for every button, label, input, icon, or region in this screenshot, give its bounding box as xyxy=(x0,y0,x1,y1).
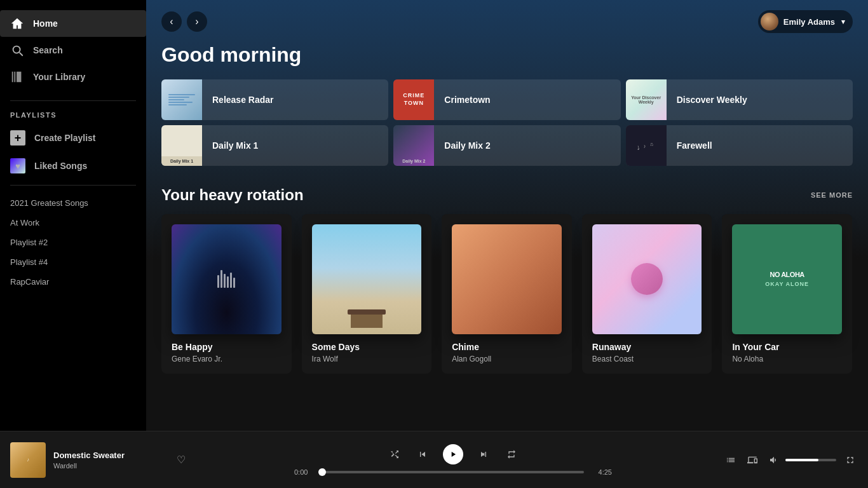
like-button[interactable]: ♡ xyxy=(174,451,188,468)
library-icon xyxy=(10,70,24,84)
main-content: ‹ › Emily Adams ▾ Good morning xyxy=(146,0,868,431)
player-controls xyxy=(387,444,519,464)
content-area: Good morning xyxy=(146,43,868,389)
sidebar-playlist-item[interactable]: Playlist #4 xyxy=(0,252,146,272)
sidebar-playlist-item[interactable]: RapCaviar xyxy=(0,272,146,292)
chevron-down-icon: ▾ xyxy=(841,18,845,26)
now-playing-center: 0:00 4:25 xyxy=(188,444,718,476)
quick-link-thumb: Your Discover Weekly xyxy=(626,79,667,120)
create-playlist-label: Create Playlist xyxy=(34,133,96,143)
quick-link-title: Discover Weekly xyxy=(667,95,757,105)
play-pause-button[interactable] xyxy=(443,444,463,464)
sidebar-home-label: Home xyxy=(33,18,58,29)
card-title: Runaway xyxy=(592,342,702,352)
progress-track[interactable] xyxy=(322,471,584,473)
queue-button[interactable] xyxy=(723,452,738,468)
sidebar-divider-2 xyxy=(10,185,136,186)
previous-button[interactable] xyxy=(415,447,430,462)
search-icon xyxy=(10,43,24,57)
sidebar-library-label: Your Library xyxy=(33,72,85,82)
volume-fill xyxy=(785,459,818,461)
card-thumbnail: NO ALOHA OKAY ALONE xyxy=(732,224,842,334)
shuffle-button[interactable] xyxy=(387,447,402,462)
back-button[interactable]: ‹ xyxy=(161,11,182,32)
card-artist: Alan Gogoll xyxy=(452,355,562,363)
shuffle-icon xyxy=(390,449,400,459)
play-icon xyxy=(449,450,458,459)
sidebar-search-label: Search xyxy=(33,45,63,55)
quick-link-thumb: Daily Mix 2 xyxy=(393,125,434,166)
top-bar: ‹ › Emily Adams ▾ xyxy=(146,0,868,43)
sidebar-divider-1 xyxy=(10,100,136,101)
quick-link-title: Farewell xyxy=(667,140,722,151)
quick-link-thumb xyxy=(161,79,202,120)
card-thumbnail xyxy=(312,224,422,334)
now-playing-artist: Wardell xyxy=(53,462,166,470)
sidebar: Home Search Your Library PLAYLISTS + Cre… xyxy=(0,0,146,431)
quick-links-grid: Release Radar CRIMETOWN Crimetown Your D… xyxy=(161,79,853,166)
quick-link-thumb: CRIMETOWN xyxy=(393,79,434,120)
card-title: Chime xyxy=(452,342,562,352)
quick-link-daily-mix-2[interactable]: Daily Mix 2 Daily Mix 2 xyxy=(393,125,620,166)
card-title: Some Days xyxy=(312,342,422,352)
now-playing-thumbnail: ♪ xyxy=(10,442,46,478)
current-time: 0:00 xyxy=(294,468,316,476)
fullscreen-button[interactable] xyxy=(843,452,858,468)
repeat-button[interactable] xyxy=(504,447,519,462)
user-menu-button[interactable]: Emily Adams ▾ xyxy=(758,10,853,33)
heavy-rotation-title: Your heavy rotation xyxy=(161,186,304,204)
now-playing-info: Domestic Sweater Wardell xyxy=(53,451,166,470)
sidebar-playlist-item[interactable]: 2021 Greatest Songs xyxy=(0,193,146,213)
quick-link-title: Daily Mix 1 xyxy=(202,140,268,151)
music-card-chime[interactable]: Chime Alan Gogoll xyxy=(442,214,572,374)
devices-button[interactable] xyxy=(745,452,760,468)
quick-link-thumb: ♩ ♪ ♫ xyxy=(626,125,667,166)
card-thumbnail xyxy=(592,224,702,334)
card-thumbnail xyxy=(172,224,281,334)
music-card-some-days[interactable]: Some Days Ira Wolf xyxy=(302,214,432,374)
total-time: 4:25 xyxy=(590,468,612,476)
sidebar-playlist-item[interactable]: Playlist #2 xyxy=(0,233,146,252)
music-card-in-your-car[interactable]: NO ALOHA OKAY ALONE In Your Car No Aloha xyxy=(722,214,852,374)
create-playlist-button[interactable]: + Create Playlist xyxy=(0,124,146,152)
playlist-list: 2021 Greatest Songs At Work Playlist #2 … xyxy=(0,191,146,294)
card-title: In Your Car xyxy=(732,342,842,352)
liked-songs-button[interactable]: ♥ Liked Songs xyxy=(0,152,146,180)
volume-track[interactable] xyxy=(785,459,836,461)
sidebar-playlist-item[interactable]: At Work xyxy=(0,213,146,233)
progress-bar-area: 0:00 4:25 xyxy=(294,468,612,476)
sidebar-item-home[interactable]: Home xyxy=(0,10,146,37)
home-icon xyxy=(10,17,24,30)
music-card-be-happy[interactable]: Be Happy Gene Evaro Jr. xyxy=(161,214,292,374)
liked-songs-label: Liked Songs xyxy=(34,161,87,171)
forward-button[interactable]: › xyxy=(187,11,207,32)
card-artist: Beast Coast xyxy=(592,355,702,363)
quick-link-daily-mix-1[interactable]: Daily Mix 1 Daily Mix 1 xyxy=(161,125,388,166)
card-title: Be Happy xyxy=(172,342,281,352)
devices-icon xyxy=(747,455,757,465)
fullscreen-icon xyxy=(845,455,855,465)
quick-link-discover-weekly[interactable]: Your Discover Weekly Discover Weekly xyxy=(626,79,853,120)
heart-icon: ♥ xyxy=(10,158,25,173)
next-button[interactable] xyxy=(476,447,491,462)
skip-back-icon xyxy=(417,449,428,459)
quick-link-thumb: Daily Mix 1 xyxy=(161,125,202,166)
music-card-runaway[interactable]: Runaway Beast Coast xyxy=(582,214,712,374)
queue-icon xyxy=(726,455,736,465)
quick-link-title: Release Radar xyxy=(202,95,284,105)
see-more-button[interactable]: SEE MORE xyxy=(811,191,853,199)
now-playing-left: ♪ Domestic Sweater Wardell ♡ xyxy=(10,442,188,478)
quick-link-title: Daily Mix 2 xyxy=(434,140,500,151)
quick-link-title: Crimetown xyxy=(434,95,500,105)
avatar-image xyxy=(761,13,778,30)
quick-link-crimetown[interactable]: CRIMETOWN Crimetown xyxy=(393,79,620,120)
volume-area xyxy=(766,452,836,468)
quick-link-farewell[interactable]: ♩ ♪ ♫ Farewell xyxy=(626,125,853,166)
sidebar-item-library[interactable]: Your Library xyxy=(0,64,146,90)
nav-buttons: ‹ › xyxy=(161,11,207,32)
sidebar-item-search[interactable]: Search xyxy=(0,37,146,64)
volume-button[interactable] xyxy=(766,452,782,468)
volume-icon xyxy=(769,455,779,465)
quick-link-release-radar[interactable]: Release Radar xyxy=(161,79,388,120)
card-artist: Gene Evaro Jr. xyxy=(172,355,281,363)
